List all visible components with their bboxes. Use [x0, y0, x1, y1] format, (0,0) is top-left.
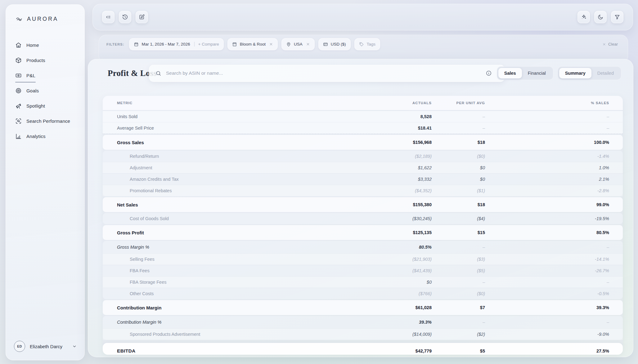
- pct-sales-value: 80.5%: [485, 230, 609, 235]
- pct-sales-value: –: [485, 320, 609, 325]
- table-row: Average Sell Price $18.41 – –: [103, 122, 623, 134]
- pct-sales-value: –: [485, 126, 609, 131]
- sidebar-item-label: Spotlight: [26, 103, 45, 109]
- metric-label: EBITDA: [117, 348, 363, 354]
- metric-label: Adjustment: [117, 165, 363, 170]
- chevron-down-icon[interactable]: [72, 344, 77, 349]
- actuals-value: ($21,903): [363, 257, 432, 262]
- sidebar-item-products[interactable]: Products: [13, 53, 78, 68]
- edit-button[interactable]: [136, 11, 148, 23]
- history-button[interactable]: [119, 11, 131, 23]
- table-row: EBITDA $42,779 $5 27.5%: [103, 343, 623, 355]
- per-unit-value: $0: [432, 177, 485, 182]
- per-unit-value: –: [432, 245, 485, 250]
- sidebar-nav: HomeProductsP&LGoalsSpotlightSearch Perf…: [6, 38, 84, 144]
- collapse-sidebar-icon: [105, 14, 111, 20]
- column-header-metric: METRIC: [117, 101, 363, 105]
- filter-funnel-icon: [614, 14, 620, 20]
- user-menu[interactable]: ED Elizabeth Darcy: [6, 341, 84, 360]
- sparkles-icon: [581, 14, 587, 20]
- metric-label: Promotional Rebates: [117, 188, 363, 193]
- sidebar-item-analytics[interactable]: Analytics: [13, 129, 78, 144]
- filter-chip-usa[interactable]: USA: [281, 38, 315, 50]
- table-row: Adjustment $1,622 $0 1.0%: [103, 162, 623, 173]
- close-icon[interactable]: [306, 42, 310, 46]
- brand-name: AURORA: [27, 16, 58, 22]
- search-input[interactable]: [165, 70, 498, 76]
- column-header-actuals: ACTUALS: [363, 101, 432, 105]
- filter-funnel-button[interactable]: [611, 11, 623, 23]
- sparkles-button[interactable]: [577, 11, 590, 23]
- table-block: Units Sold 8,528 – – Average Sell Price …: [103, 111, 623, 134]
- pct-sales-value: –: [485, 280, 609, 285]
- metric-label: Gross Margin %: [117, 245, 363, 250]
- toggle-option-sales[interactable]: Sales: [498, 68, 522, 78]
- column-header-sales: % SALES: [485, 101, 609, 105]
- table-block: Gross Profit $125,135 $15 80.5%: [103, 225, 623, 240]
- moon-button[interactable]: [594, 11, 607, 23]
- table-block: EBITDA $42,779 $5 27.5%: [103, 343, 623, 355]
- sidebar-item-p-l[interactable]: P&L: [13, 68, 78, 83]
- table-block: Contribution Margin $61,028 $7 39.3%: [103, 300, 623, 315]
- table-row: Net Sales $155,380 $18 99.0%: [103, 197, 623, 212]
- metric-label: Refund/Return: [117, 154, 363, 159]
- pct-sales-value: –: [485, 245, 609, 250]
- pct-sales-value: 27.5%: [485, 348, 609, 353]
- filter-chip-tags[interactable]: Tags: [354, 38, 380, 50]
- pct-sales-value: -0.5%: [485, 291, 609, 296]
- clear-filters-button[interactable]: Clear: [602, 42, 620, 47]
- per-unit-value: $15: [432, 230, 485, 235]
- table-header-row: METRICACTUALSPER UNIT AVG% SALES: [103, 96, 623, 110]
- actuals-value: ($4,352): [363, 188, 432, 193]
- sidebar-item-goals[interactable]: Goals: [13, 83, 78, 98]
- per-unit-value: $18: [432, 140, 485, 145]
- sidebar-item-search-performance[interactable]: Search Performance: [13, 113, 78, 129]
- toggle-option-detailed[interactable]: Detailed: [591, 68, 620, 78]
- metric-label: FBA Storage Fees: [117, 280, 363, 285]
- toggle-option-summary[interactable]: Summary: [559, 68, 591, 78]
- actuals-value: ($2,189): [363, 154, 432, 159]
- summary-detailed-toggle: SummaryDetailed: [558, 66, 621, 80]
- table-row: Gross Margin % 80.5% – –: [103, 241, 623, 253]
- chip-label: USA: [294, 42, 303, 47]
- actuals-value: 80.5%: [363, 245, 432, 250]
- sidebar-item-label: Home: [26, 42, 39, 48]
- info-icon[interactable]: [486, 70, 492, 76]
- table-row: Units Sold 8,528 – –: [103, 111, 623, 122]
- table-row: Cost of Goods Sold ($30,245) ($4) -19.5%: [103, 213, 623, 224]
- chip-label: Bloom & Root: [240, 42, 266, 47]
- per-unit-value: $0: [432, 165, 485, 170]
- view-controls: SalesFinancial SummaryDetailed: [486, 64, 621, 82]
- sidebar-item-spotlight[interactable]: Spotlight: [13, 98, 78, 113]
- filters-label: FILTERS:: [106, 42, 124, 46]
- pct-sales-value: 99.0%: [485, 202, 609, 207]
- metric-label: Cost of Goods Sold: [117, 216, 363, 221]
- table-block: Cost of Goods Sold ($30,245) ($4) -19.5%: [103, 213, 623, 224]
- pnl-header-row: Profit & Loss SalesFinancial SummaryDeta…: [88, 64, 633, 82]
- sidebar-item-label: Products: [26, 58, 45, 63]
- filter-chip-usd[interactable]: USD ($): [318, 38, 351, 50]
- actuals-value: $156,968: [363, 140, 432, 145]
- close-icon[interactable]: [269, 42, 273, 46]
- filter-chip-bloom-root[interactable]: Bloom & Root: [227, 38, 278, 50]
- toolbar-left-group: [102, 11, 148, 23]
- actuals-value: 39.3%: [363, 320, 432, 325]
- per-unit-value: ($3): [432, 257, 485, 262]
- compare-button[interactable]: + Compare: [194, 42, 219, 47]
- actuals-value: $61,028: [363, 305, 432, 310]
- table-row: Amazon Credits and Tax $3,332 $0 2.1%: [103, 173, 623, 185]
- metric-label: FBA Fees: [117, 268, 363, 273]
- table-row: Selling Fees ($21,903) ($3) -14.1%: [103, 253, 623, 265]
- chip-label: Mar 1, 2026 - Mar 7, 2026: [142, 42, 190, 47]
- table-row: FBA Fees ($41,439) ($5) -26.7%: [103, 265, 623, 276]
- table-row: Other Costs ($766) ($0) -0.5%: [103, 288, 623, 299]
- pct-sales-value: -1.4%: [485, 154, 609, 159]
- pnl-table: METRICACTUALSPER UNIT AVG% SALES Units S…: [103, 96, 623, 355]
- history-icon: [122, 14, 128, 20]
- tag-icon: [359, 42, 364, 47]
- table-row: Refund/Return ($2,189) ($0) -1.4%: [103, 151, 623, 162]
- toggle-option-financial[interactable]: Financial: [522, 68, 552, 78]
- filter-chip-mar-1-2026-mar-7-2026[interactable]: Mar 1, 2026 - Mar 7, 2026+ Compare: [129, 38, 223, 50]
- sidebar-item-home[interactable]: Home: [13, 38, 78, 53]
- collapse-sidebar-button[interactable]: [102, 11, 115, 23]
